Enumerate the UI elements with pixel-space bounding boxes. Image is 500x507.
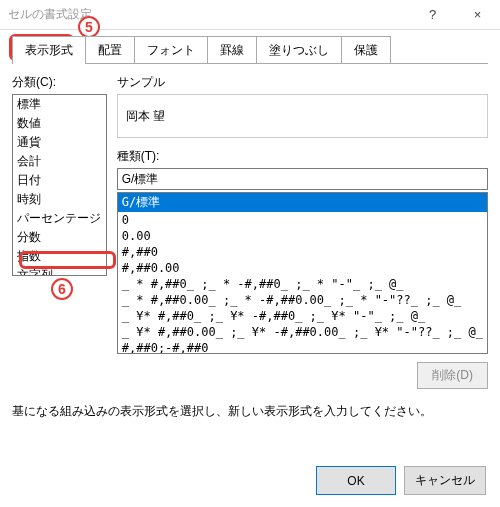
delete-button[interactable]: 削除(D): [417, 362, 488, 389]
tab-label: 罫線: [220, 43, 244, 57]
type-item[interactable]: #,##0.00: [118, 260, 487, 276]
tab-fill[interactable]: 塗りつぶし: [256, 36, 342, 63]
type-item[interactable]: _ * #,##0_ ;_ * -#,##0_ ;_ * "-"_ ;_ @_: [118, 276, 487, 292]
type-item[interactable]: _ * #,##0.00_ ;_ * -#,##0.00_ ;_ * "-"??…: [118, 292, 487, 308]
titlebar-buttons: ? ×: [410, 0, 500, 30]
ok-button[interactable]: OK: [316, 466, 396, 495]
category-item[interactable]: 通貨: [13, 133, 106, 152]
category-item[interactable]: 分数: [13, 228, 106, 247]
tab-label: フォント: [147, 43, 195, 57]
tab-border[interactable]: 罫線: [207, 36, 257, 63]
type-item[interactable]: #,##0;-#,##0: [118, 340, 487, 354]
category-list[interactable]: 標準数値通貨会計日付時刻パーセンテージ分数指数文字列その他ユーザー定義: [12, 94, 107, 276]
window-title: セルの書式設定: [8, 6, 410, 23]
category-label: 分類(C):: [12, 74, 107, 91]
category-item[interactable]: 文字列: [13, 266, 106, 276]
type-label: 種類(T):: [117, 148, 488, 165]
dialog-footer: OK キャンセル: [316, 466, 486, 495]
tab-protection[interactable]: 保護: [341, 36, 391, 63]
tab-number-format[interactable]: 表示形式: [12, 36, 86, 63]
tab-font[interactable]: フォント: [134, 36, 208, 63]
type-item[interactable]: _ ¥* #,##0.00_ ;_ ¥* -#,##0.00_ ;_ ¥* "-…: [118, 324, 487, 340]
tab-label: 表示形式: [25, 43, 73, 57]
hint-text: 基になる組み込みの表示形式を選択し、新しい表示形式を入力してください。: [12, 403, 488, 420]
category-item[interactable]: 会計: [13, 152, 106, 171]
type-item[interactable]: 0.00: [118, 228, 487, 244]
category-item[interactable]: 指数: [13, 247, 106, 266]
type-input[interactable]: [117, 168, 488, 190]
help-button[interactable]: ?: [410, 0, 455, 30]
tab-label: 塗りつぶし: [269, 43, 329, 57]
titlebar: セルの書式設定 ? ×: [0, 0, 500, 30]
tab-label: 配置: [98, 43, 122, 57]
type-item[interactable]: #,##0: [118, 244, 487, 260]
category-item[interactable]: 日付: [13, 171, 106, 190]
tab-alignment[interactable]: 配置: [85, 36, 135, 63]
close-button[interactable]: ×: [455, 0, 500, 30]
tab-label: 保護: [354, 43, 378, 57]
category-item[interactable]: 時刻: [13, 190, 106, 209]
type-item[interactable]: G/標準: [118, 193, 487, 212]
category-item[interactable]: 数値: [13, 114, 106, 133]
type-list[interactable]: G/標準00.00#,##0#,##0.00_ * #,##0_ ;_ * -#…: [117, 192, 488, 354]
cancel-button[interactable]: キャンセル: [404, 466, 486, 495]
tab-strip: 表示形式 配置 フォント 罫線 塗りつぶし 保護: [12, 36, 488, 64]
dialog-content: 表示形式 配置 フォント 罫線 塗りつぶし 保護 分類(C): 標準数値通貨会計…: [0, 30, 500, 430]
type-item[interactable]: 0: [118, 212, 487, 228]
annotation-6-number: 6: [51, 278, 73, 300]
category-item[interactable]: 標準: [13, 95, 106, 114]
type-item[interactable]: _ ¥* #,##0_ ;_ ¥* -#,##0_ ;_ ¥* "-"_ ;_ …: [118, 308, 487, 324]
sample-box: 岡本 望: [117, 94, 488, 138]
annotation-5-number: 5: [78, 16, 100, 38]
category-item[interactable]: パーセンテージ: [13, 209, 106, 228]
sample-label: サンプル: [117, 74, 488, 91]
sample-value: 岡本 望: [126, 108, 165, 125]
